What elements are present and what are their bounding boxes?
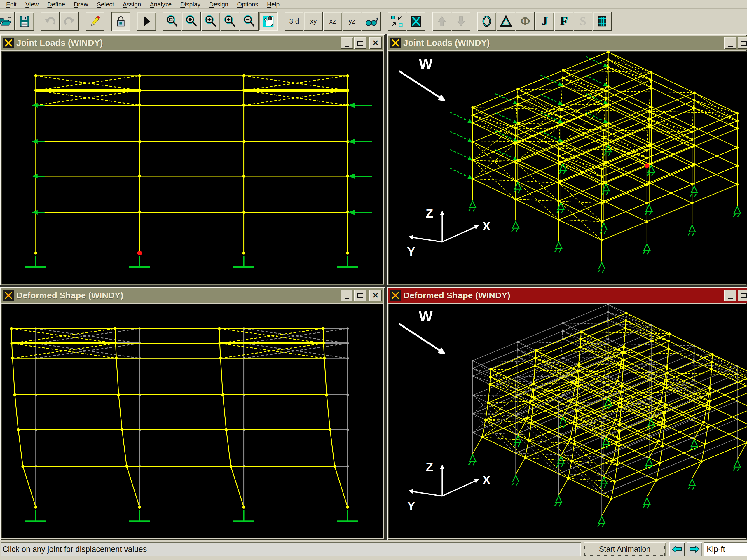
window-joint-loads-3d: Joint Loads (WINDY) WZXY	[387, 34, 747, 285]
edit-pencil-button[interactable]	[86, 12, 104, 31]
toolbar: 3-dxyxzyzΦJJFFS	[0, 9, 747, 33]
maximize-button[interactable]	[354, 290, 366, 301]
units-combobox[interactable]: Kip-ft	[704, 542, 747, 556]
view-xz-button[interactable]: xz	[323, 12, 342, 31]
start-animation-button[interactable]: Start Animation	[584, 542, 666, 556]
run-analysis-icon	[140, 15, 153, 28]
previous-zoom-icon	[204, 15, 217, 28]
viewport-deformed-3d[interactable]: WZXY	[388, 304, 747, 538]
open-model-button[interactable]	[0, 12, 15, 31]
shells-display-button[interactable]: Φ	[516, 12, 535, 31]
menu-item-assign[interactable]: Assign	[118, 1, 145, 8]
shrink-elements-icon	[390, 15, 404, 28]
zoom-in-button[interactable]	[221, 12, 239, 31]
perspective-glasses-icon	[364, 15, 378, 28]
menu-item-select[interactable]: Select	[93, 1, 118, 8]
pan-icon	[262, 15, 275, 28]
minimize-button[interactable]	[341, 290, 353, 301]
window-title: Joint Loads (WINDY)	[16, 38, 103, 48]
lock-model-icon	[114, 15, 128, 28]
previous-zoom-button[interactable]	[201, 12, 220, 31]
view-3d-button[interactable]: 3-d	[285, 12, 304, 31]
caption-buttons	[723, 290, 747, 301]
menu-item-design[interactable]: Design	[205, 1, 233, 8]
viewport-joint-loads-3d[interactable]: WZXY	[388, 51, 747, 284]
maximize-button[interactable]	[738, 290, 747, 301]
pan-button[interactable]	[259, 12, 278, 31]
app-icon	[3, 290, 14, 301]
structure-canvas[interactable]: WZXY	[388, 304, 747, 538]
restore-full-view-icon	[185, 15, 198, 28]
frames-display-icon	[499, 15, 513, 28]
show-tables-icon	[596, 15, 609, 28]
run-analysis-button[interactable]	[137, 12, 156, 31]
structure-canvas[interactable]	[1, 304, 383, 538]
minimize-button[interactable]	[724, 37, 737, 49]
edit-pencil-icon	[88, 15, 102, 28]
title-bar[interactable]: Deformed Shape (WINDY)	[388, 288, 747, 303]
viewport-deformed-elevation[interactable]	[1, 304, 383, 538]
next-step-button[interactable]	[687, 542, 702, 556]
status-bar: Click on any joint for displacement valu…	[0, 540, 747, 560]
title-bar[interactable]: Deformed Shape (WINDY)	[1, 288, 383, 303]
caption-buttons: ✕	[340, 37, 382, 49]
save-model-icon	[18, 15, 31, 28]
viewport-joint-loads-elevation[interactable]	[1, 51, 383, 284]
close-button[interactable]: ✕	[369, 290, 382, 301]
previous-step-button[interactable]	[669, 542, 685, 556]
maximize-button[interactable]	[738, 37, 747, 49]
window-title: Deformed Shape (WINDY)	[16, 291, 123, 300]
structure-canvas[interactable]: WZXY	[388, 51, 747, 284]
structure-canvas[interactable]	[1, 51, 383, 284]
joint-info-button[interactable]: JJ	[535, 12, 554, 31]
undo-button[interactable]	[41, 12, 59, 31]
frame-info-button[interactable]: FF	[555, 12, 573, 31]
minimize-button[interactable]	[341, 37, 353, 49]
shells-display-icon: Φ	[518, 15, 532, 28]
menu-item-view[interactable]: View	[21, 1, 43, 8]
shrink-elements-button[interactable]	[387, 12, 406, 31]
title-bar[interactable]: Joint Loads (WINDY)	[1, 35, 383, 50]
focus-outline	[585, 543, 664, 555]
window-title: Deformed Shape (WINDY)	[403, 291, 510, 300]
move-down-button[interactable]	[452, 12, 470, 31]
joints-display-button[interactable]	[478, 12, 496, 31]
perspective-glasses-button[interactable]	[362, 12, 381, 31]
title-bar[interactable]: Joint Loads (WINDY)	[388, 35, 747, 50]
view-xy-button[interactable]: xy	[304, 12, 323, 31]
sap2000-application-window: EditViewDefineDrawSelectAssignAnalyzeDis…	[0, 0, 747, 560]
view-xy-button-label: xy	[310, 18, 317, 25]
minimize-button[interactable]	[724, 290, 737, 301]
undo-icon	[44, 15, 57, 28]
menu-item-edit[interactable]: Edit	[2, 1, 21, 8]
view-xz-button-label: xz	[330, 18, 336, 25]
redo-button[interactable]	[60, 12, 79, 31]
close-button[interactable]: ✕	[369, 37, 382, 49]
window-joint-loads-elevation: Joint Loads (WINDY) ✕	[0, 34, 385, 285]
set-limits-button[interactable]	[407, 12, 426, 31]
show-tables-button[interactable]	[593, 12, 612, 31]
rubber-band-zoom-button[interactable]	[163, 12, 181, 31]
menu-item-options[interactable]: Options	[233, 1, 262, 8]
move-up-icon	[435, 15, 448, 28]
app-icon	[390, 290, 401, 301]
maximize-button[interactable]	[354, 37, 366, 49]
menu-item-help[interactable]: Help	[263, 1, 284, 8]
zoom-out-icon	[242, 15, 256, 28]
menu-item-draw[interactable]: Draw	[70, 1, 93, 8]
window-title: Joint Loads (WINDY)	[403, 38, 490, 48]
menu-item-analyze[interactable]: Analyze	[146, 1, 176, 8]
axis-z-label: Z	[426, 460, 433, 474]
save-model-button[interactable]	[15, 12, 34, 31]
lock-model-button[interactable]	[111, 12, 130, 31]
restore-full-view-button[interactable]	[182, 12, 201, 31]
menu-item-display[interactable]: Display	[176, 1, 205, 8]
view-yz-button[interactable]: yz	[342, 12, 361, 31]
frames-display-button[interactable]	[497, 12, 515, 31]
shell-info-button[interactable]: S	[574, 12, 592, 31]
zoom-out-button[interactable]	[240, 12, 259, 31]
move-up-button[interactable]	[433, 12, 451, 31]
caption-buttons: ✕	[340, 290, 382, 301]
menu-item-define[interactable]: Define	[43, 1, 70, 8]
open-model-icon	[0, 15, 12, 28]
